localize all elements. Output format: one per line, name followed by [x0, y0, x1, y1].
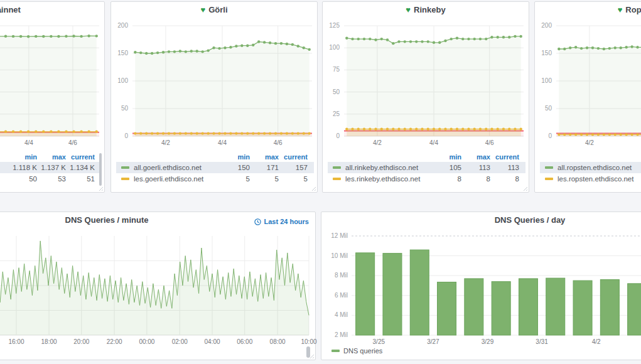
- svg-text:4/2: 4/2: [585, 139, 594, 146]
- dns-day-legend: DNS queries: [331, 347, 382, 355]
- legend-value-current: 1.134 K: [66, 164, 95, 171]
- panel-goerli: ♥Görli 0501001502004/24/44/6 minmaxcurre…: [110, 1, 318, 193]
- legend-header-current[interactable]: current: [490, 153, 519, 161]
- svg-text:4/4: 4/4: [24, 139, 33, 146]
- legend-series-label[interactable]: les.mainnet.ethdisco.net: [0, 175, 8, 183]
- rinkeby-legend: minmaxcurrentall.rinkeby.ethdisco.net105…: [328, 151, 525, 185]
- goerli-timeseries-chart[interactable]: 0501001502004/24/44/6: [112, 19, 317, 153]
- dns-day-chart[interactable]: 2 Mil4 Mil6 Mil8 Mil10 Mil12 Mil3/253/27…: [323, 231, 641, 354]
- grafana-dashboard: ♥Mainnet 0250500750100012504/44/6 minmax…: [0, 0, 641, 364]
- svg-text:00:00: 00:00: [139, 338, 154, 345]
- svg-text:0: 0: [336, 132, 340, 139]
- legend-row: all.ropsten.ethdisco.net: [540, 162, 641, 173]
- panel-mainnet: ♥Mainnet 0250500750100012504/44/6 minmax…: [0, 1, 105, 193]
- resize-handle[interactable]: [522, 185, 527, 191]
- panel-scrollbar[interactable]: [306, 346, 310, 358]
- svg-text:18:00: 18:00: [41, 338, 57, 345]
- series-color-dash: [333, 166, 341, 169]
- svg-text:10 Mil: 10 Mil: [331, 252, 348, 259]
- svg-text:100: 100: [329, 44, 340, 51]
- legend-value-max: 1.137 K: [37, 164, 66, 171]
- legend-row: all.goerli.ethdisco.net150171157: [116, 162, 314, 173]
- legend-series-label[interactable]: les.goerli.ethdisco.net: [116, 175, 221, 183]
- time-range-picker[interactable]: Last 24 hours: [254, 218, 309, 225]
- series-color-dash: [121, 166, 129, 169]
- panel-dns-day-title[interactable]: DNS Queries / day: [321, 212, 641, 228]
- series-color-dash: [121, 178, 129, 180]
- svg-text:4/6: 4/6: [274, 139, 283, 146]
- legend-row: les.goerli.ethdisco.net555: [116, 173, 314, 185]
- legend-header-current[interactable]: current: [279, 153, 308, 161]
- panel-title-text: Ropsten: [625, 5, 641, 14]
- legend-header-max[interactable]: max: [250, 153, 279, 161]
- legend-row: all.rinkeby.ethdisco.net105113113: [328, 162, 525, 173]
- svg-text:3/29: 3/29: [482, 338, 494, 345]
- svg-text:16:00: 16:00: [8, 338, 24, 345]
- ropsten-legend: minmaxcurrentall.ropsten.ethdisco.netles…: [540, 151, 641, 185]
- svg-text:50: 50: [545, 105, 552, 112]
- svg-text:4/6: 4/6: [68, 139, 77, 146]
- legend-header: minmaxcurrent: [116, 151, 314, 162]
- svg-text:8 Mil: 8 Mil: [335, 272, 348, 279]
- legend-header-min[interactable]: min: [221, 153, 250, 161]
- legend-header: minmaxcurrent: [328, 151, 525, 162]
- panel-goerli-title[interactable]: ♥Görli: [111, 2, 317, 18]
- legend-header-max[interactable]: max: [37, 153, 66, 161]
- series-color-dash: [333, 178, 341, 180]
- panel-dns-day: DNS Queries / day 2 Mil4 Mil6 Mil8 Mil10…: [321, 211, 641, 360]
- legend-value-min: 8: [433, 175, 461, 183]
- mainnet-legend: minmaxcurrentall.mainnet.ethdisco.net1.1…: [0, 151, 101, 185]
- panel-mainnet-title[interactable]: ♥Mainnet: [0, 2, 104, 18]
- svg-text:6 Mil: 6 Mil: [335, 292, 348, 299]
- legend-series-name: les.rinkeby.ethdisco.net: [345, 175, 420, 183]
- legend-header-min[interactable]: min: [433, 153, 461, 161]
- legend-value-min: 50: [8, 175, 37, 183]
- legend-value-min: 105: [433, 164, 461, 171]
- legend-value-min: 5: [221, 175, 250, 183]
- legend-series-label[interactable]: all.goerli.ethdisco.net: [116, 164, 221, 171]
- legend-value-max: 171: [250, 164, 279, 171]
- rinkeby-timeseries-chart[interactable]: 02550751001254/24/44/6: [324, 19, 529, 153]
- resize-handle[interactable]: [310, 185, 316, 191]
- time-range-label: Last 24 hours: [264, 218, 309, 225]
- svg-text:4/2: 4/2: [373, 139, 382, 146]
- legend-series-label[interactable]: all.rinkeby.ethdisco.net: [328, 164, 433, 171]
- panel-title-text: DNS Queries / minute: [65, 215, 149, 225]
- legend-series-label[interactable]: les.ropsten.ethdisco.net: [540, 175, 641, 183]
- legend-header: minmaxcurrent: [0, 151, 101, 162]
- panel-rinkeby: ♥Rinkeby 02550751001254/24/44/6 minmaxcu…: [322, 1, 529, 193]
- legend-header-min[interactable]: min: [8, 153, 37, 161]
- legend-series-label[interactable]: all.mainnet.ethdisco.net: [0, 164, 8, 171]
- legend-value-current: 51: [66, 175, 95, 183]
- legend-series-name: all.rinkeby.ethdisco.net: [345, 164, 418, 171]
- legend-series-label[interactable]: all.ropsten.ethdisco.net: [540, 164, 641, 171]
- dns-minute-chart[interactable]: 16:0018:0020:0022:0000:0002:0004:0006:00…: [0, 231, 315, 354]
- legend-header-max[interactable]: max: [461, 153, 490, 161]
- legend-value-current: 8: [490, 175, 519, 183]
- legend-header-current[interactable]: current: [66, 153, 95, 161]
- panel-rinkeby-title[interactable]: ♥Rinkeby: [323, 2, 529, 18]
- mainnet-timeseries-chart[interactable]: 0250500750100012504/44/6: [0, 19, 104, 153]
- svg-text:0: 0: [548, 132, 552, 139]
- resize-handle[interactable]: [97, 185, 103, 191]
- legend-scrollbar[interactable]: [99, 153, 102, 186]
- svg-text:50: 50: [333, 88, 340, 95]
- svg-text:50: 50: [121, 105, 129, 112]
- series-color-dash[interactable]: [331, 350, 340, 352]
- svg-text:06:00: 06:00: [237, 338, 252, 345]
- green-heart-icon: ♥: [200, 5, 205, 14]
- legend-series-label[interactable]: les.rinkeby.ethdisco.net: [328, 175, 433, 183]
- panel-ropsten-title[interactable]: ♥Ropsten: [535, 2, 641, 18]
- svg-text:100: 100: [541, 77, 552, 84]
- svg-text:4/2: 4/2: [592, 338, 601, 345]
- svg-text:2 Mil: 2 Mil: [335, 331, 348, 338]
- legend-value-max: 113: [461, 164, 490, 171]
- dns-day-legend-label: DNS queries: [343, 347, 382, 355]
- svg-text:200: 200: [117, 22, 128, 29]
- legend-series-name: all.goerli.ethdisco.net: [134, 164, 202, 171]
- ropsten-timeseries-chart[interactable]: 0501001502004/24/44/6: [536, 19, 641, 153]
- svg-text:4 Mil: 4 Mil: [335, 311, 348, 318]
- svg-text:100: 100: [117, 77, 128, 84]
- series-color-dash: [545, 166, 553, 169]
- panel-title-text: Görli: [208, 5, 227, 14]
